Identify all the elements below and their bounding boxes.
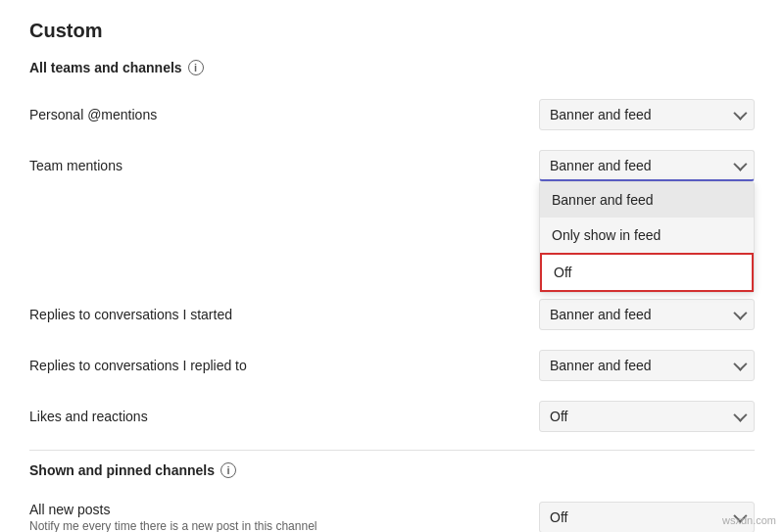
dropdown-value-personal-mentions: Banner and feed [550, 107, 652, 122]
row-replies-replied: Replies to conversations I replied to Ba… [29, 340, 755, 391]
label-team-mentions: Team mentions [29, 158, 539, 173]
dropdown-team-mentions[interactable]: Banner and feed Banner and feed Only sho… [539, 150, 755, 181]
dropdown-replies-replied[interactable]: Banner and feed [539, 350, 755, 381]
row-personal-mentions: Personal @mentions Banner and feed [29, 89, 755, 140]
menu-item-banner-feed[interactable]: Banner and feed [540, 182, 754, 218]
dropdown-personal-mentions[interactable]: Banner and feed [539, 99, 755, 130]
chevron-down-icon-team [733, 157, 747, 170]
dropdown-btn-team-mentions[interactable]: Banner and feed [539, 150, 755, 181]
dropdown-value-all-new-posts: Off [550, 509, 567, 525]
info-icon-shown-pinned[interactable]: i [220, 462, 236, 478]
chevron-down-icon-replies-started [733, 307, 747, 320]
section-label-all-teams: All teams and channels [29, 60, 182, 75]
menu-item-off[interactable]: Off [540, 253, 754, 292]
dropdown-value-team-mentions: Banner and feed [550, 158, 652, 173]
section-divider [29, 450, 755, 451]
section-header-all-teams: All teams and channels i [29, 60, 755, 75]
dropdown-value-replies-started: Banner and feed [550, 307, 652, 322]
sublabel-all-new-posts: Notify me every time there is a new post… [29, 519, 539, 532]
label-all-new-posts: All new posts [29, 502, 539, 517]
dropdown-menu-team-mentions: Banner and feed Only show in feed Off [539, 181, 755, 293]
row-all-new-posts: All new posts Notify me every time there… [29, 492, 755, 532]
watermark: wsxdn.com [722, 514, 776, 526]
row-team-mentions: Team mentions Banner and feed Banner and… [29, 140, 755, 191]
section-label-shown-pinned: Shown and pinned channels [29, 462, 215, 478]
section-shown-pinned: Shown and pinned channels i All new post… [29, 462, 755, 532]
label-personal-mentions: Personal @mentions [29, 107, 539, 122]
chevron-down-icon-likes [733, 409, 747, 422]
dropdown-btn-replies-started[interactable]: Banner and feed [539, 299, 755, 330]
menu-item-only-feed[interactable]: Only show in feed [540, 218, 754, 253]
chevron-down-icon [733, 107, 747, 121]
section-all-teams: All teams and channels i Personal @menti… [29, 60, 755, 442]
dropdown-likes-reactions[interactable]: Off [539, 401, 755, 432]
label-likes-reactions: Likes and reactions [29, 409, 539, 424]
dropdown-value-likes-reactions: Off [550, 409, 567, 424]
page-title: Custom [29, 20, 755, 42]
row-likes-reactions: Likes and reactions Off [29, 391, 755, 442]
label-replies-started: Replies to conversations I started [29, 307, 539, 322]
dropdown-btn-personal-mentions[interactable]: Banner and feed [539, 99, 755, 130]
dropdown-replies-started[interactable]: Banner and feed [539, 299, 755, 330]
dropdown-btn-replies-replied[interactable]: Banner and feed [539, 350, 755, 381]
row-replies-started: Replies to conversations I started Banne… [29, 289, 755, 340]
dropdown-btn-likes-reactions[interactable]: Off [539, 401, 755, 432]
section-header-shown-pinned: Shown and pinned channels i [29, 462, 755, 478]
label-replies-replied: Replies to conversations I replied to [29, 358, 539, 373]
dropdown-value-replies-replied: Banner and feed [550, 358, 652, 373]
info-icon-all-teams[interactable]: i [188, 60, 204, 75]
chevron-down-icon-replies-replied [733, 358, 747, 371]
